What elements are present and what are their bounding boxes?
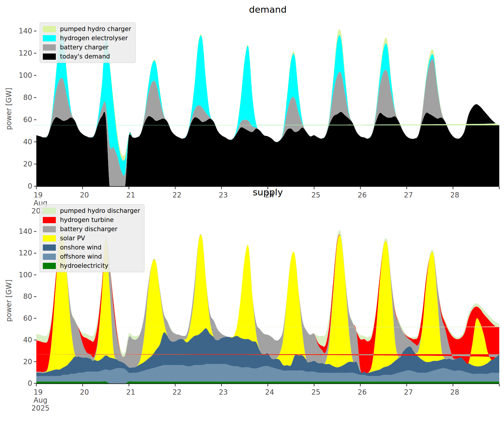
legend-label: hydroelectricity (60, 262, 108, 269)
legend-item: pumped hydro charger (43, 25, 131, 33)
y-tick-label: 60 (23, 116, 32, 124)
legend-swatch-icon (43, 226, 56, 232)
y-tick-label: 80 (23, 93, 32, 102)
area-hydroelectricity (0, 381, 499, 383)
x-tick-label: 28 (450, 388, 459, 396)
x-tick-label: 25 (311, 388, 321, 396)
legend-label: solar PV (60, 235, 85, 242)
legend-item: pumped hydro discharger (43, 207, 140, 214)
legend-swatch-icon (43, 35, 56, 41)
y-tick-label: 100 (19, 271, 32, 279)
legend-swatch-icon (43, 54, 56, 60)
x-axis-year-label: 2025 (31, 404, 49, 412)
legend-swatch-icon (43, 263, 56, 269)
demand-chart-title: demand (36, 4, 499, 15)
figure: 19Aug20252021222324252627280204060801001… (0, 0, 504, 423)
legend-label: battery discharger (60, 226, 117, 233)
legend-label: battery charger (60, 44, 108, 51)
demand-y-axis-label: power [GW] (5, 88, 13, 130)
legend-swatch-icon (43, 254, 56, 260)
x-tick-label: 20 (80, 388, 89, 396)
y-tick-label: 80 (23, 292, 32, 301)
x-tick-label: 26 (358, 388, 367, 396)
legend-item: onshore wind (43, 244, 140, 251)
legend-label: hydrogen turbine (60, 216, 114, 223)
y-tick-label: 120 (19, 49, 32, 57)
y-tick-label: 20 (23, 358, 32, 366)
y-tick-label: 0 (28, 182, 32, 190)
supply-y-axis-label: power [GW] (5, 280, 13, 322)
x-tick-label: 24 (265, 388, 274, 396)
legend-label: hydrogen electrolyser (60, 35, 128, 42)
y-tick-label: 40 (23, 336, 32, 344)
legend-label: onshore wind (60, 244, 102, 251)
x-axis-month-label: Aug (34, 396, 48, 404)
legend-item: solar PV (43, 235, 140, 242)
legend-label: pumped hydro discharger (60, 207, 140, 214)
supply-chart-title: supply (36, 187, 499, 197)
legend-swatch-icon (43, 44, 56, 51)
legend-item: battery charger (43, 44, 131, 51)
legend-item: hydrogen turbine (43, 216, 140, 223)
legend-swatch-icon (43, 235, 56, 242)
x-tick-label: 21 (126, 388, 135, 396)
legend-item: battery discharger (43, 226, 140, 233)
x-tick-label: 22 (173, 388, 182, 396)
x-tick-label: 23 (219, 388, 228, 396)
y-tick-label: 100 (19, 71, 32, 80)
y-tick-label: 140 (19, 27, 32, 35)
y-tick-label: 40 (23, 138, 32, 146)
legend-label: today's demand (60, 53, 110, 60)
legend-item: today's demand (43, 53, 131, 60)
legend-label: pumped hydro charger (60, 25, 131, 33)
x-tick-label: 27 (404, 388, 413, 396)
legend-swatch-icon (43, 208, 56, 214)
supply-legend: pumped hydro dischargerhydrogen turbineb… (40, 204, 144, 272)
y-tick-label: 120 (19, 249, 32, 257)
legend-label: offshore wind (60, 253, 102, 260)
y-tick-label: 20 (23, 160, 32, 168)
legend-swatch-icon (43, 217, 56, 223)
x-tick-label: 19 (34, 388, 43, 396)
y-tick-label: 140 (19, 227, 32, 236)
legend-swatch-icon (43, 244, 56, 251)
legend-swatch-icon (43, 26, 56, 32)
legend-item: hydrogen electrolyser (43, 35, 131, 42)
demand-legend: pumped hydro chargerhydrogen electrolyse… (40, 22, 136, 63)
legend-item: hydroelectricity (43, 262, 140, 269)
y-tick-label: 60 (23, 314, 32, 322)
y-tick-label: 0 (28, 379, 32, 388)
legend-item: offshore wind (43, 253, 140, 260)
